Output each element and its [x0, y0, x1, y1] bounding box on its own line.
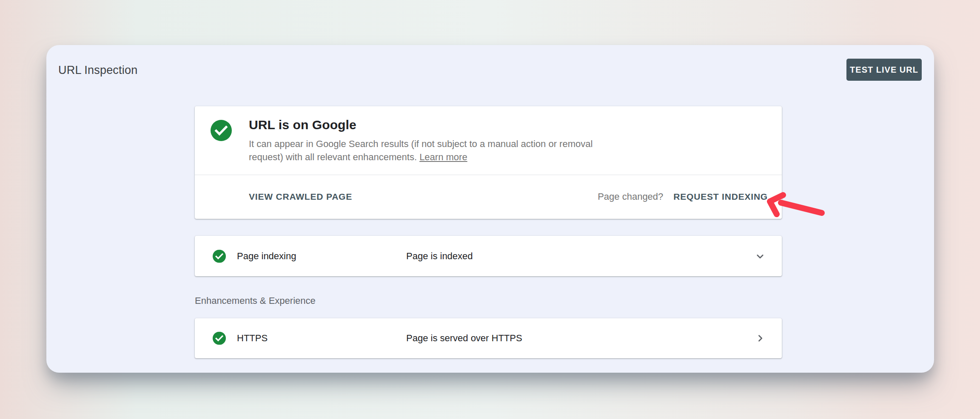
green-check-icon	[213, 249, 226, 263]
green-check-icon	[213, 332, 226, 345]
page-indexing-row-label: Page indexing	[237, 251, 296, 262]
page-indexing-row-status: Page is indexed	[406, 251, 473, 262]
page-changed-label: Page changed?	[598, 191, 663, 202]
url-inspection-panel: URL Inspection TEST LIVE URL URL is on G…	[46, 45, 934, 373]
footer-right-group: Page changed? REQUEST INDEXING	[598, 191, 768, 202]
verdict-description: It can appear in Google Search results (…	[249, 137, 619, 164]
https-row[interactable]: HTTPS Page is served over HTTPS	[195, 318, 782, 358]
verdict-text-block: URL is on Google It can appear in Google…	[249, 118, 632, 164]
request-indexing-link[interactable]: REQUEST INDEXING	[673, 192, 768, 202]
verdict-card: URL is on Google It can appear in Google…	[195, 106, 782, 219]
learn-more-link[interactable]: Learn more	[419, 152, 467, 162]
test-live-url-button[interactable]: TEST LIVE URL	[846, 59, 922, 81]
verdict-title: URL is on Google	[249, 118, 632, 132]
https-row-status: Page is served over HTTPS	[406, 333, 522, 344]
verdict-card-footer: VIEW CRAWLED PAGE Page changed? REQUEST …	[195, 175, 782, 218]
green-check-icon	[211, 120, 232, 141]
https-row-label: HTTPS	[237, 333, 268, 344]
page-background: URL Inspection TEST LIVE URL URL is on G…	[0, 0, 980, 419]
test-live-url-button-label: TEST LIVE URL	[850, 65, 918, 75]
chevron-down-icon[interactable]	[754, 250, 766, 263]
page-indexing-row[interactable]: Page indexing Page is indexed	[195, 236, 782, 276]
view-crawled-page-link[interactable]: VIEW CRAWLED PAGE	[249, 192, 352, 202]
page-title: URL Inspection	[58, 64, 137, 77]
verdict-card-body: URL is on Google It can appear in Google…	[195, 106, 782, 175]
enhancements-section-label: Enhancements & Experience	[195, 295, 316, 306]
chevron-right-icon[interactable]	[754, 332, 766, 345]
